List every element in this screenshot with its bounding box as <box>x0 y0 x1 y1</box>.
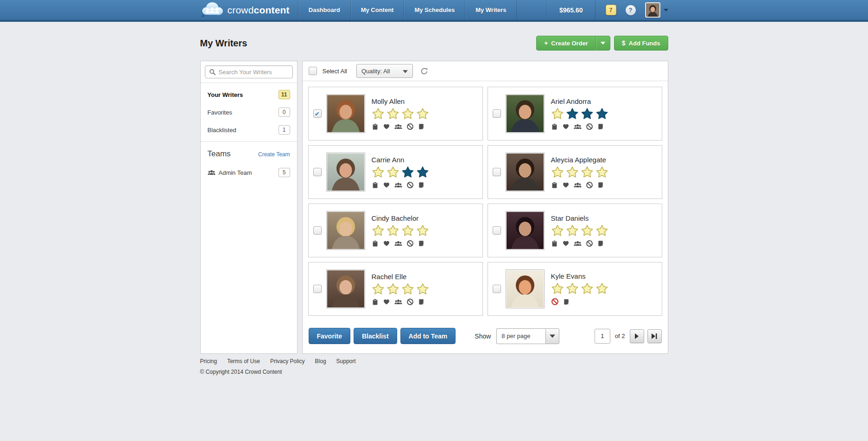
writer-photo[interactable] <box>326 269 365 308</box>
page-footer: PricingTerms of UsePrivacy PolicyBlogSup… <box>200 354 668 375</box>
page-number-input[interactable] <box>595 329 610 344</box>
heart-icon[interactable] <box>383 123 390 130</box>
writer-star-rating <box>372 224 429 237</box>
note-icon[interactable] <box>597 181 604 189</box>
add-funds-button[interactable]: $ Add Funds <box>614 36 668 51</box>
writer-photo[interactable] <box>506 153 545 192</box>
create-order-dropdown-button[interactable] <box>596 36 610 50</box>
add-to-team-button[interactable]: Add to Team <box>400 328 456 344</box>
users-icon[interactable] <box>574 181 582 188</box>
clipboard-icon[interactable] <box>551 123 558 130</box>
writer-name[interactable]: Star Daniels <box>551 214 608 222</box>
users-icon[interactable] <box>394 181 402 188</box>
writer-name[interactable]: Carrie Ann <box>372 156 429 164</box>
heart-icon[interactable] <box>562 181 570 188</box>
help-icon[interactable]: ? <box>626 5 636 15</box>
notifications-badge[interactable]: 7 <box>606 5 616 15</box>
writer-photo[interactable] <box>506 94 545 133</box>
writer-checkbox[interactable] <box>313 226 322 235</box>
next-page-button[interactable] <box>630 329 644 343</box>
writer-photo[interactable] <box>506 269 545 308</box>
writer-checkbox[interactable] <box>313 109 322 118</box>
heart-icon[interactable] <box>383 181 390 188</box>
writer-name[interactable]: Kyle Evans <box>551 272 608 280</box>
clipboard-icon[interactable] <box>372 240 379 247</box>
nav-item-my-writers[interactable]: My Writers <box>465 0 517 20</box>
users-icon[interactable] <box>574 240 582 247</box>
ban-icon[interactable] <box>406 181 414 189</box>
account-balance[interactable]: $965.60 <box>547 0 596 20</box>
footer-link-terms-of-use[interactable]: Terms of Use <box>227 358 260 364</box>
note-icon[interactable] <box>418 240 424 247</box>
sidebar-team-item[interactable]: Admin Team 5 <box>201 163 297 182</box>
note-icon[interactable] <box>597 240 604 247</box>
note-icon[interactable] <box>418 298 424 306</box>
ban-icon[interactable] <box>406 298 414 306</box>
create-team-link[interactable]: Create Team <box>258 151 290 158</box>
last-page-button[interactable] <box>647 329 662 343</box>
writer-name[interactable]: Cindy Bachelor <box>372 214 429 222</box>
clipboard-icon[interactable] <box>372 181 379 189</box>
favorite-button[interactable]: Favorite <box>309 328 350 344</box>
ban-icon[interactable] <box>586 123 593 130</box>
blacklist-button[interactable]: Blacklist <box>354 328 397 344</box>
footer-link-pricing[interactable]: Pricing <box>200 358 217 364</box>
clipboard-icon[interactable] <box>551 181 558 189</box>
sidebar-filter-blacklisted[interactable]: Blacklisted 1 <box>201 121 297 139</box>
note-icon[interactable] <box>418 181 424 189</box>
footer-link-blog[interactable]: Blog <box>315 358 326 364</box>
heart-icon[interactable] <box>383 298 390 305</box>
writer-photo[interactable] <box>506 211 545 250</box>
refresh-icon[interactable] <box>420 67 428 75</box>
users-icon[interactable] <box>394 298 402 305</box>
nav-item-dashboard[interactable]: Dashboard <box>298 0 350 20</box>
sidebar-filter-your-writers[interactable]: Your Writers 11 <box>201 86 297 103</box>
heart-icon[interactable] <box>562 123 570 130</box>
note-icon[interactable] <box>418 123 424 130</box>
per-page-dropdown[interactable]: 8 per page <box>496 328 559 344</box>
select-all-checkbox[interactable] <box>309 67 317 75</box>
writer-photo[interactable] <box>326 94 365 133</box>
crowd-content-logo[interactable]: crowdcontent <box>200 0 298 20</box>
create-order-button[interactable]: + Create Order <box>536 36 610 51</box>
writer-name[interactable]: Aleycia Applegate <box>551 156 608 164</box>
users-icon[interactable] <box>574 123 582 130</box>
heart-icon[interactable] <box>383 240 390 247</box>
clipboard-icon[interactable] <box>551 240 558 247</box>
ban-icon[interactable] <box>551 298 559 306</box>
logo-wordmark: crowdcontent <box>228 5 290 16</box>
users-icon[interactable] <box>394 240 402 247</box>
writer-checkbox[interactable] <box>313 285 322 293</box>
writer-name[interactable]: Ariel Andorra <box>551 97 608 105</box>
writer-checkbox[interactable] <box>313 168 322 176</box>
writer-photo[interactable] <box>326 211 365 250</box>
users-icon[interactable] <box>394 123 402 130</box>
writer-name[interactable]: Molly Allen <box>372 97 429 105</box>
ban-icon[interactable] <box>406 123 414 130</box>
writer-name[interactable]: Rachel Elle <box>372 273 429 281</box>
ban-icon[interactable] <box>586 181 593 189</box>
clipboard-icon[interactable] <box>372 298 379 306</box>
writer-checkbox[interactable] <box>493 226 501 235</box>
footer-link-support[interactable]: Support <box>336 358 356 364</box>
nav-item-my-content[interactable]: My Content <box>350 0 404 20</box>
user-menu[interactable] <box>645 2 668 18</box>
writer-checkbox[interactable] <box>493 285 501 293</box>
clipboard-icon[interactable] <box>372 123 379 130</box>
footer-link-privacy-policy[interactable]: Privacy Policy <box>270 358 305 364</box>
note-icon[interactable] <box>563 298 570 306</box>
writer-action-icons <box>372 181 429 189</box>
ban-icon[interactable] <box>586 240 593 247</box>
writer-checkbox[interactable] <box>493 109 501 118</box>
search-input[interactable] <box>219 69 300 76</box>
writer-checkbox[interactable] <box>493 168 501 176</box>
writer-star-rating <box>372 108 429 120</box>
sidebar-filter-favorites[interactable]: Favorites 0 <box>201 103 297 121</box>
ban-icon[interactable] <box>406 240 414 247</box>
note-icon[interactable] <box>597 123 604 130</box>
quality-filter-dropdown[interactable]: Quality: All <box>356 64 413 78</box>
nav-item-my-schedules[interactable]: My Schedules <box>404 0 465 20</box>
heart-icon[interactable] <box>562 240 570 247</box>
writer-photo[interactable] <box>326 153 365 192</box>
select-all-label[interactable]: Select All <box>323 68 347 75</box>
